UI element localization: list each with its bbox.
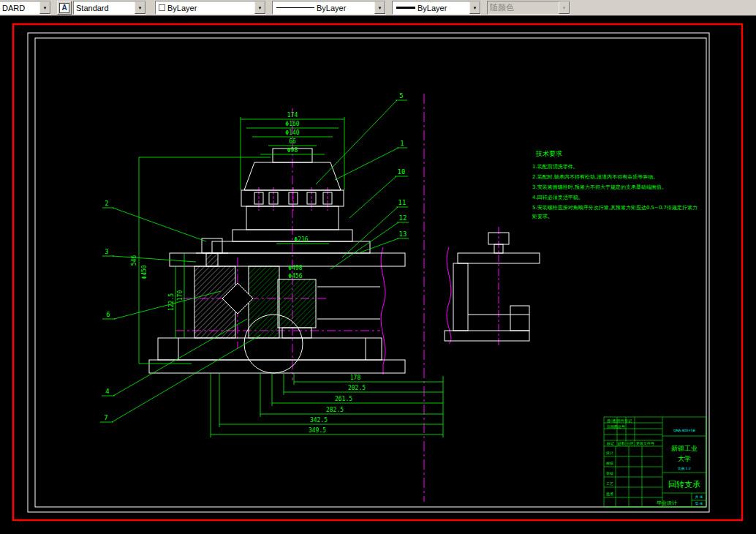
pinion-section bbox=[278, 279, 316, 328]
plot-style-combo: 随颜色 ▼ bbox=[487, 1, 570, 15]
dim-label: 66 bbox=[289, 138, 296, 145]
linetype-combo[interactable]: ByLayer ▼ bbox=[272, 1, 386, 15]
dim-style-combo[interactable]: Standard ▼ bbox=[73, 1, 146, 15]
tb-label: 审核 bbox=[606, 471, 613, 475]
tb-label: 工艺 bbox=[606, 481, 613, 486]
plot-style-value: 随颜色 bbox=[488, 2, 559, 13]
dim-label: 261.5 bbox=[335, 396, 352, 402]
callout-number: 4 bbox=[105, 388, 109, 395]
tech-req-line: 2.装配时,轴承内不得有松动,滚道内不得有杂质等异物。 bbox=[532, 174, 658, 180]
chevron-down-icon[interactable]: ▼ bbox=[374, 1, 385, 14]
break-line bbox=[447, 247, 451, 344]
chevron-down-icon[interactable]: ▼ bbox=[469, 1, 480, 14]
tech-req-line: 1.装配前清洗零件。 bbox=[532, 164, 578, 170]
dim-label: Φ216 bbox=[294, 236, 308, 243]
tb-label: 标记 bbox=[606, 441, 614, 446]
color-combo[interactable]: ByLayer ▼ bbox=[155, 1, 266, 15]
chevron-down-icon[interactable]: ▼ bbox=[135, 1, 145, 14]
lineweight-combo[interactable]: ByLayer ▼ bbox=[392, 1, 481, 15]
chevron-down-icon[interactable]: ▼ bbox=[254, 1, 265, 14]
tb-scale: 比例 1:2 bbox=[678, 467, 691, 471]
leader-lines bbox=[100, 100, 409, 422]
styles-properties-toolbar: DARD ▼ A Standard ▼ ByLayer ▼ ByLayer ▼ … bbox=[0, 0, 756, 16]
chevron-down-icon: ▼ bbox=[559, 1, 570, 14]
dim-label: 342.5 bbox=[310, 417, 328, 424]
dim-style-value: Standard bbox=[74, 4, 135, 12]
callout-number: 12 bbox=[399, 214, 407, 222]
linetype-sample-icon bbox=[276, 7, 314, 8]
dim-label: 170 bbox=[177, 290, 184, 301]
callout-number: 5 bbox=[399, 92, 403, 99]
dim-label: Φ456 bbox=[288, 273, 302, 279]
callout-number: 11 bbox=[398, 199, 407, 206]
tech-req-line: 矩要求。 bbox=[532, 214, 553, 219]
color-swatch bbox=[159, 4, 165, 11]
dim-label: Φ498 bbox=[288, 265, 302, 271]
tb-label: 更改文件号 bbox=[636, 441, 654, 445]
dim-label: 178 bbox=[350, 375, 361, 381]
tb-label: 分区 bbox=[627, 441, 634, 445]
dim-label: Φ450 bbox=[141, 265, 148, 279]
text-style-manager-button[interactable]: A bbox=[57, 1, 72, 15]
dim-label: 282.5 bbox=[326, 407, 344, 413]
dim-label: Φ98 bbox=[287, 147, 298, 154]
dim-label: 122.5 bbox=[168, 293, 175, 311]
callout-number: 10 bbox=[398, 168, 406, 176]
callout-number: 1 bbox=[400, 140, 404, 147]
lineweight-sample-icon bbox=[396, 7, 415, 9]
color-value: ByLayer bbox=[165, 4, 254, 12]
text-style-combo[interactable]: DARD ▼ bbox=[0, 1, 51, 15]
dim-label: 546 bbox=[131, 255, 137, 266]
linetype-value: ByLayer bbox=[314, 4, 374, 12]
text-style-value: DARD bbox=[0, 4, 39, 12]
callout-number: 6 bbox=[106, 311, 110, 318]
tech-req-line: 5.安装螺栓应按对角顺序分次拧紧,其预紧力矩应达0.5~0.7倍规定拧紧力 bbox=[532, 204, 698, 211]
dim-label: Φ160 bbox=[285, 121, 299, 127]
paper-border bbox=[13, 24, 742, 520]
tb-school: 大学 bbox=[678, 455, 691, 462]
tb-part-name: 回转支承 bbox=[668, 480, 700, 489]
chevron-down-icon[interactable]: ▼ bbox=[39, 1, 50, 14]
dim-label: Φ140 bbox=[285, 129, 299, 136]
tb-school: 新疆工业 bbox=[671, 445, 698, 452]
dim-label: 174 bbox=[287, 112, 298, 119]
tb-project: 毕业设计 bbox=[657, 500, 677, 506]
text-style-icon: A bbox=[59, 3, 69, 13]
tb-label: 第 张 bbox=[695, 502, 703, 505]
side-partial-view bbox=[445, 233, 540, 341]
lineweight-value: ByLayer bbox=[415, 4, 469, 12]
tech-req-line: 4.回转必须灵活平稳。 bbox=[532, 195, 583, 200]
callout-number: 13 bbox=[399, 230, 407, 238]
callout-number: 3 bbox=[105, 248, 108, 255]
callout-number: 7 bbox=[104, 414, 107, 421]
tb-label: 校核 bbox=[605, 461, 613, 465]
tb-label: 共 张 bbox=[695, 495, 703, 499]
tech-req-line: 3.安装紧固螺栓时,预紧力不得大于规定的支承基础端面值。 bbox=[532, 184, 667, 190]
main-section-view bbox=[149, 148, 405, 373]
callout-number: 2 bbox=[105, 200, 108, 207]
tb-label: 旧底图总号 bbox=[607, 424, 625, 429]
tb-label: 设计 bbox=[605, 451, 613, 455]
dim-label: 349.5 bbox=[309, 427, 326, 434]
tb-label: 批准 bbox=[606, 492, 613, 497]
drawing-canvas[interactable]: 174 Φ160 Φ140 66 Φ98 Φ216 Φ498 Φ456 546 … bbox=[0, 0, 756, 534]
technical-requirements: 技术要求 1.装配前清洗零件。 2.装配时,轴承内不得有松动,滚道内不得有杂质等… bbox=[532, 150, 698, 219]
dim-label: 202.5 bbox=[348, 385, 366, 391]
tb-label: 借(通)用件登记 bbox=[606, 418, 632, 424]
tb-model: QNA.400×5B bbox=[673, 429, 695, 432]
tech-req-title: 技术要求 bbox=[535, 150, 562, 157]
title-block: 借(通)用件登记 旧底图总号 标记 处数 分区 更改文件号 设计 校核 审核 工… bbox=[604, 417, 706, 507]
tb-label: 处数 bbox=[618, 441, 625, 446]
